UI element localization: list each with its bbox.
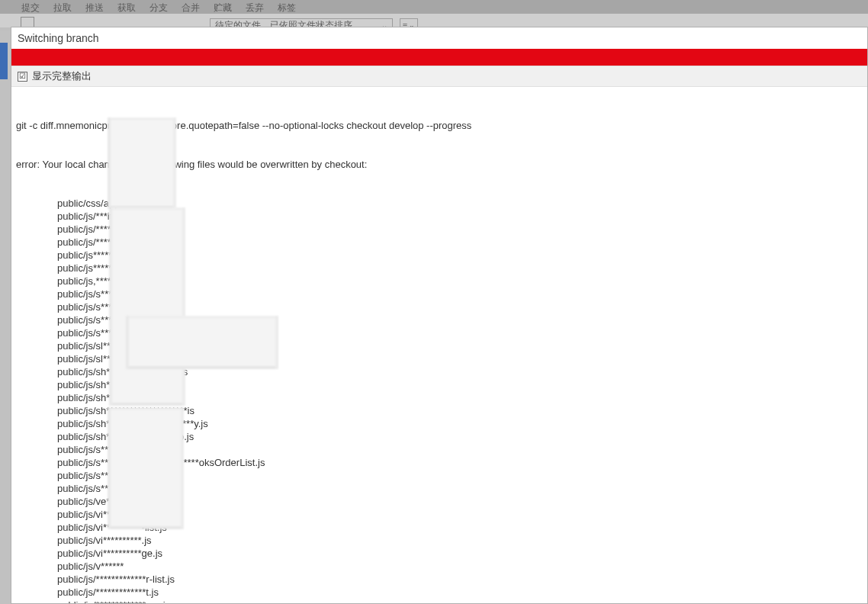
output-file: public/js/*************r-list.js (16, 573, 863, 586)
censor-block (126, 316, 278, 369)
censor-block (109, 207, 185, 406)
bg-tab: 分支 (149, 2, 168, 14)
bg-tab: 拉取 (53, 2, 72, 14)
bg-left-strip (0, 31, 11, 604)
bg-tab: 提交 (21, 2, 40, 14)
output-file: public/js/*************t.js (16, 586, 863, 599)
output-file: public/js/vi**********ge.js (16, 547, 863, 560)
output-file: public/js/v****** (16, 560, 863, 573)
dialog-title: Switching branch (11, 27, 867, 49)
dialog-error-bar (11, 49, 867, 66)
bg-small-box (21, 17, 34, 27)
bg-tab: 合并 (182, 2, 200, 14)
censor-block (108, 407, 184, 529)
bg-tab: 推送 (85, 2, 104, 14)
bg-tab-strip: 提交 拉取 推送 获取 分支 合并 贮藏 丢弃 标签 (0, 0, 868, 14)
dialog-options-row: ☑ 显示完整输出 (11, 66, 867, 87)
bg-tab: 贮藏 (214, 2, 232, 14)
bg-toolbar (0, 14, 868, 27)
bg-tab: 丢弃 (246, 2, 264, 14)
bg-tab: 标签 (278, 2, 296, 14)
switching-branch-dialog: Switching branch ☑ 显示完整输出 git -c diff.mn… (11, 27, 868, 604)
output-file: public/js/*************rge.js (16, 599, 863, 603)
output-file: public/js/vi**********.js (16, 534, 863, 547)
dialog-output-body[interactable]: git -c diff.mnemonicprefix=false -c core… (11, 87, 867, 603)
censor-block (108, 117, 176, 209)
show-full-output-label: 显示完整输出 (32, 69, 92, 83)
bg-tab: 获取 (117, 2, 136, 14)
show-full-output-checkbox[interactable]: ☑ (18, 72, 27, 82)
bg-selected-indicator (0, 43, 8, 79)
